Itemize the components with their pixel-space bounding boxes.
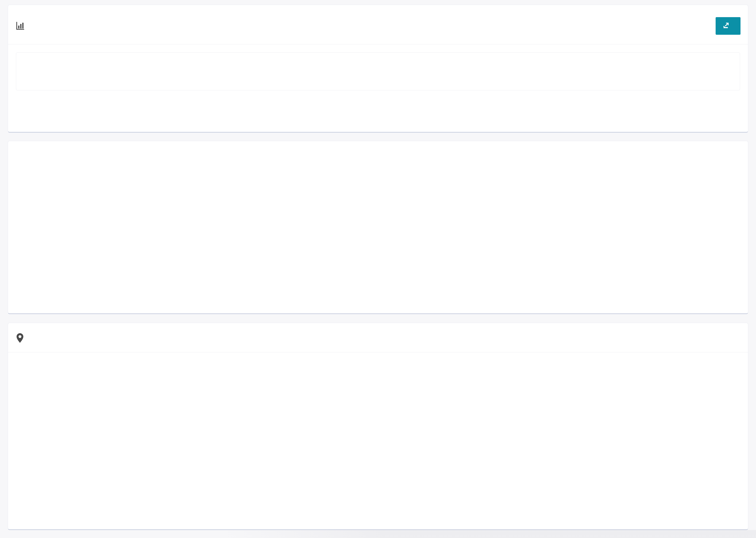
geo-opens-header [8, 323, 748, 352]
rates-card [8, 141, 748, 314]
export-basic-stats-button[interactable] [716, 17, 740, 35]
map-pin-icon [16, 333, 25, 344]
export-icon [722, 21, 730, 31]
stats-summary [16, 52, 740, 90]
geo-opens-table [382, 359, 731, 513]
bottom-shadow [223, 530, 756, 538]
tracking-stats-header [8, 5, 748, 44]
divider [8, 44, 748, 44]
bar-chart-icon [16, 21, 26, 31]
tracking-stats-card [8, 5, 748, 133]
geo-opens-card [8, 323, 748, 530]
geo-opens-pie-chart [41, 361, 199, 518]
geo-content [8, 352, 748, 530]
